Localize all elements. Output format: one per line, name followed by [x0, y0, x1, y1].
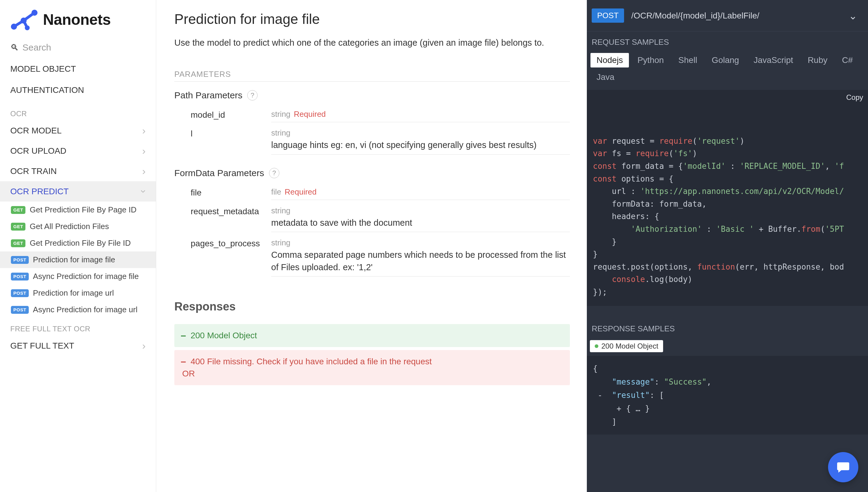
- path-params-table: model_id string Required l string langua…: [174, 106, 570, 157]
- request-samples-label: REQUEST SAMPLES: [587, 31, 868, 50]
- tab-csharp[interactable]: C#: [836, 53, 859, 68]
- responses-title: Responses: [174, 300, 570, 313]
- search-box[interactable]: 🔍︎: [0, 39, 156, 59]
- nav-ocr-upload[interactable]: OCR UPLOAD: [0, 141, 156, 161]
- param-name: request_metadata: [174, 205, 259, 232]
- code-sample: Copy var request = require('request')var…: [587, 90, 868, 306]
- http-method-badge: POST: [592, 8, 624, 23]
- chat-launcher[interactable]: [828, 452, 858, 482]
- param-name: l: [174, 127, 259, 155]
- method-badge-post: POST: [11, 256, 29, 264]
- chevron-right-icon: [142, 125, 146, 137]
- nav-model-object[interactable]: MODEL OBJECT: [0, 59, 156, 79]
- tab-javascript[interactable]: JavaScript: [747, 53, 799, 68]
- chevron-right-icon: [142, 340, 146, 352]
- param-row-pages-to-process: pages_to_process string Comma separated …: [174, 235, 570, 279]
- subnav-get-pred-by-page[interactable]: GETGet Prediction File By Page ID: [0, 201, 156, 218]
- response-samples-label: RESPONSE SAMPLES: [587, 318, 868, 337]
- param-row-model-id: model_id string Required: [174, 106, 570, 125]
- endpoint-bar[interactable]: POST /OCR/Model/{model_id}/LabelFile/: [587, 0, 868, 31]
- main-content: Prediction for image file Use the model …: [156, 0, 587, 492]
- search-icon: 🔍︎: [10, 43, 19, 53]
- nav-group-ocr: OCR: [0, 103, 156, 120]
- method-badge-post: POST: [11, 306, 29, 314]
- collapse-icon: —: [181, 357, 186, 366]
- logo-icon: [8, 9, 39, 30]
- param-name: model_id: [174, 108, 259, 122]
- method-badge-get: GET: [11, 206, 25, 214]
- method-badge-get: GET: [11, 239, 25, 247]
- chevron-right-icon: [142, 165, 146, 177]
- tab-python[interactable]: Python: [631, 53, 670, 68]
- nav-sublist: GETGet Prediction File By Page ID GETGet…: [0, 201, 156, 318]
- chevron-right-icon: [142, 145, 146, 157]
- nav-group-free-ocr: FREE FULL TEXT OCR: [0, 318, 156, 336]
- param-row-file: file file Required: [174, 184, 570, 202]
- page-title: Prediction for image file: [174, 11, 570, 27]
- subnav-pred-image-file[interactable]: POSTPrediction for image file: [0, 251, 156, 268]
- page-description: Use the model to predict which one of th…: [174, 36, 570, 49]
- param-name: pages_to_process: [174, 237, 259, 276]
- code-panel: POST /OCR/Model/{model_id}/LabelFile/ RE…: [587, 0, 868, 492]
- method-badge-post: POST: [11, 273, 29, 280]
- tab-ruby[interactable]: Ruby: [802, 53, 834, 68]
- response-200[interactable]: — 200 Model Object: [174, 324, 570, 347]
- nav-get-full-text[interactable]: GET FULL TEXT: [0, 336, 156, 356]
- method-badge-get: GET: [11, 223, 25, 230]
- nav-authentication[interactable]: AUTHENTICATION: [0, 80, 156, 100]
- copy-button[interactable]: Copy: [846, 92, 863, 103]
- nav-ocr-model[interactable]: OCR MODEL: [0, 120, 156, 141]
- sidebar: Nanonets 🔍︎ MODEL OBJECT AUTHENTICATION …: [0, 0, 156, 492]
- subnav-async-pred-image-url[interactable]: POSTAsync Prediction for image url: [0, 301, 156, 318]
- tab-shell[interactable]: Shell: [672, 53, 703, 68]
- endpoint-path: /OCR/Model/{model_id}/LabelFile/: [631, 11, 841, 21]
- nav-ocr-predict[interactable]: OCR PREDICT: [0, 181, 156, 201]
- subnav-async-pred-image-file[interactable]: POSTAsync Prediction for image file: [0, 268, 156, 285]
- subnav-pred-image-url[interactable]: POSTPrediction for image url: [0, 285, 156, 301]
- method-badge-post: POST: [11, 289, 29, 297]
- parameters-label: PARAMETERS: [174, 70, 570, 82]
- formdata-params-table: file file Required request_metadata stri…: [174, 184, 570, 279]
- chevron-down-icon: [849, 10, 857, 22]
- param-row-request-metadata: request_metadata string metadata to save…: [174, 202, 570, 235]
- subnav-get-all-pred[interactable]: GETGet All Prediction Files: [0, 218, 156, 235]
- tab-golang[interactable]: Golang: [706, 53, 745, 68]
- logo[interactable]: Nanonets: [0, 0, 156, 39]
- logo-text: Nanonets: [43, 11, 111, 28]
- param-row-l: l string language hints eg: en, vi (not …: [174, 125, 570, 157]
- path-params-title: Path Parameters ?: [174, 90, 570, 100]
- param-name: file: [174, 186, 259, 200]
- help-icon[interactable]: ?: [247, 90, 257, 100]
- search-input[interactable]: [22, 42, 146, 53]
- collapse-icon: —: [181, 331, 186, 340]
- subnav-get-pred-by-file[interactable]: GETGet Prediction File By File ID: [0, 235, 156, 251]
- response-json: { "message": "Success", - "result": [ + …: [587, 356, 868, 435]
- chat-icon: [836, 460, 850, 474]
- code-tabs: Nodejs Python Shell Golang JavaScript Ru…: [587, 50, 868, 88]
- chevron-down-icon: [142, 186, 146, 197]
- tab-nodejs[interactable]: Nodejs: [591, 53, 629, 68]
- tab-java[interactable]: Java: [591, 70, 620, 84]
- formdata-params-title: FormData Parameters ?: [174, 168, 570, 178]
- nav-ocr-train[interactable]: OCR TRAIN: [0, 161, 156, 181]
- response-chip-200[interactable]: 200 Model Object: [590, 340, 663, 352]
- status-dot-icon: [595, 344, 598, 348]
- response-400[interactable]: — 400 File missing. Check if you have in…: [174, 350, 570, 385]
- help-icon[interactable]: ?: [269, 168, 279, 178]
